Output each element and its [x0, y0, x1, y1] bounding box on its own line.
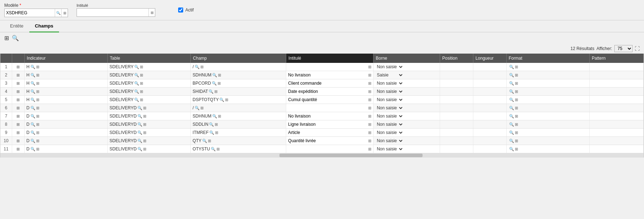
champ-detail-icon[interactable]: ⊞: [200, 106, 204, 110]
table-search-icon[interactable]: 🔍: [134, 98, 139, 102]
champ-detail-icon[interactable]: ⊞: [208, 139, 211, 143]
borne-select[interactable]: Non saisie Saisie: [375, 130, 404, 135]
indicateur-search-icon[interactable]: 🔍: [30, 73, 35, 78]
borne-select[interactable]: Non saisie Saisie: [375, 89, 404, 94]
format-search-icon[interactable]: 🔍: [509, 147, 514, 151]
row-detail-icon[interactable]: ⊞: [12, 112, 25, 120]
table-search-icon[interactable]: 🔍: [137, 122, 142, 127]
format-detail-icon[interactable]: ⊞: [515, 89, 518, 94]
borne-select[interactable]: Non saisie Saisie: [375, 105, 404, 111]
indicateur-search-icon[interactable]: 🔍: [30, 130, 35, 135]
table-detail-icon[interactable]: ⊞: [143, 147, 146, 151]
table-search-icon[interactable]: 🔍: [134, 73, 139, 78]
champ-detail-icon[interactable]: ⊞: [218, 73, 221, 78]
borne-select[interactable]: Non saisie Saisie: [375, 72, 404, 78]
modele-search-icon[interactable]: 🔍: [55, 9, 61, 17]
intitule-detail-icon[interactable]: ⊞: [368, 89, 371, 94]
intitule-input[interactable]: [288, 122, 367, 127]
intitule-input[interactable]: [288, 130, 367, 135]
indicateur-detail-icon[interactable]: ⊞: [36, 89, 39, 94]
table-search-icon[interactable]: 🔍: [134, 81, 139, 86]
table-detail-icon[interactable]: ⊞: [140, 65, 143, 69]
intitule-detail-icon[interactable]: ⊞: [368, 147, 371, 151]
format-detail-icon[interactable]: ⊞: [515, 98, 518, 102]
format-search-icon[interactable]: 🔍: [509, 139, 514, 143]
borne-select[interactable]: Non saisie Saisie: [375, 97, 404, 103]
tab-champs[interactable]: Champs: [29, 20, 59, 33]
row-detail-icon[interactable]: ⊞: [12, 137, 25, 145]
format-detail-icon[interactable]: ⊞: [515, 122, 518, 127]
indicateur-search-icon[interactable]: 🔍: [30, 81, 35, 86]
intitule-detail-icon[interactable]: ⊞: [148, 9, 155, 16]
intitule-input[interactable]: [288, 146, 367, 151]
indicateur-detail-icon[interactable]: ⊞: [36, 106, 39, 110]
table-detail-icon[interactable]: ⊞: [143, 130, 146, 135]
grid-view-icon[interactable]: ⊞: [4, 35, 9, 41]
format-detail-icon[interactable]: ⊞: [515, 130, 518, 135]
row-detail-icon[interactable]: ⊞: [12, 120, 25, 129]
table-search-icon[interactable]: 🔍: [137, 106, 142, 110]
tab-entete[interactable]: Entête: [4, 20, 29, 33]
row-detail-icon[interactable]: ⊞: [12, 96, 25, 104]
format-detail-icon[interactable]: ⊞: [515, 139, 518, 143]
intitule-detail-icon[interactable]: ⊞: [368, 130, 371, 135]
intitule-detail-icon[interactable]: ⊞: [368, 139, 371, 143]
borne-select[interactable]: Non saisie Saisie: [375, 64, 404, 70]
indicateur-detail-icon[interactable]: ⊞: [36, 147, 39, 151]
afficher-select[interactable]: 25 50 75 100 200: [614, 45, 633, 52]
indicateur-detail-icon[interactable]: ⊞: [36, 73, 39, 78]
actif-checkbox[interactable]: [178, 8, 183, 13]
row-detail-icon[interactable]: ⊞: [12, 71, 25, 79]
indicateur-search-icon[interactable]: 🔍: [30, 114, 35, 119]
table-detail-icon[interactable]: ⊞: [143, 114, 146, 119]
row-detail-icon[interactable]: ⊞: [12, 88, 25, 96]
modele-input[interactable]: [5, 9, 55, 17]
intitule-input[interactable]: [77, 9, 148, 16]
intitule-input[interactable]: [288, 64, 367, 69]
format-detail-icon[interactable]: ⊞: [515, 73, 518, 78]
indicateur-detail-icon[interactable]: ⊞: [36, 98, 39, 102]
indicateur-search-icon[interactable]: 🔍: [30, 65, 35, 69]
indicateur-search-icon[interactable]: 🔍: [30, 147, 35, 151]
intitule-detail-icon[interactable]: ⊞: [368, 122, 371, 127]
indicateur-detail-icon[interactable]: ⊞: [36, 122, 39, 127]
horizontal-scrollbar[interactable]: [0, 153, 644, 158]
indicateur-search-icon[interactable]: 🔍: [30, 106, 35, 110]
champ-detail-icon[interactable]: ⊞: [218, 114, 221, 119]
indicateur-search-icon[interactable]: 🔍: [30, 139, 35, 143]
borne-select[interactable]: Non saisie Saisie: [375, 121, 404, 127]
indicateur-detail-icon[interactable]: ⊞: [36, 114, 39, 119]
champ-search-icon[interactable]: 🔍: [202, 139, 207, 143]
format-search-icon[interactable]: 🔍: [509, 89, 514, 94]
table-search-icon[interactable]: 🔍: [137, 139, 142, 143]
table-detail-icon[interactable]: ⊞: [140, 98, 143, 102]
intitule-detail-icon[interactable]: ⊞: [368, 73, 371, 78]
champ-search-icon[interactable]: 🔍: [209, 130, 214, 135]
indicateur-detail-icon[interactable]: ⊞: [36, 65, 39, 69]
table-search-icon[interactable]: 🔍: [134, 89, 139, 94]
row-detail-icon[interactable]: ⊞: [12, 129, 25, 137]
indicateur-search-icon[interactable]: 🔍: [30, 98, 35, 102]
format-search-icon[interactable]: 🔍: [509, 114, 514, 119]
champ-search-icon[interactable]: 🔍: [212, 73, 217, 78]
expand-icon[interactable]: ⛶: [635, 46, 640, 51]
indicateur-detail-icon[interactable]: ⊞: [36, 130, 39, 135]
format-detail-icon[interactable]: ⊞: [515, 147, 518, 151]
borne-select[interactable]: Non saisie Saisie: [375, 113, 404, 119]
format-detail-icon[interactable]: ⊞: [515, 65, 518, 69]
indicateur-search-icon[interactable]: 🔍: [30, 122, 35, 127]
champ-search-icon[interactable]: 🔍: [195, 65, 200, 69]
intitule-input[interactable]: [288, 81, 367, 86]
format-detail-icon[interactable]: ⊞: [515, 106, 518, 110]
champ-detail-icon[interactable]: ⊞: [200, 65, 204, 69]
format-search-icon[interactable]: 🔍: [509, 122, 514, 127]
champ-detail-icon[interactable]: ⊞: [214, 89, 218, 94]
format-search-icon[interactable]: 🔍: [509, 81, 514, 86]
champ-detail-icon[interactable]: ⊞: [225, 98, 228, 102]
table-search-icon[interactable]: 🔍: [134, 65, 139, 69]
champ-detail-icon[interactable]: ⊞: [215, 130, 218, 135]
intitule-input[interactable]: [288, 114, 367, 119]
borne-select[interactable]: Non saisie Saisie: [375, 138, 404, 144]
indicateur-detail-icon[interactable]: ⊞: [36, 81, 39, 86]
intitule-detail-icon[interactable]: ⊞: [368, 98, 371, 102]
